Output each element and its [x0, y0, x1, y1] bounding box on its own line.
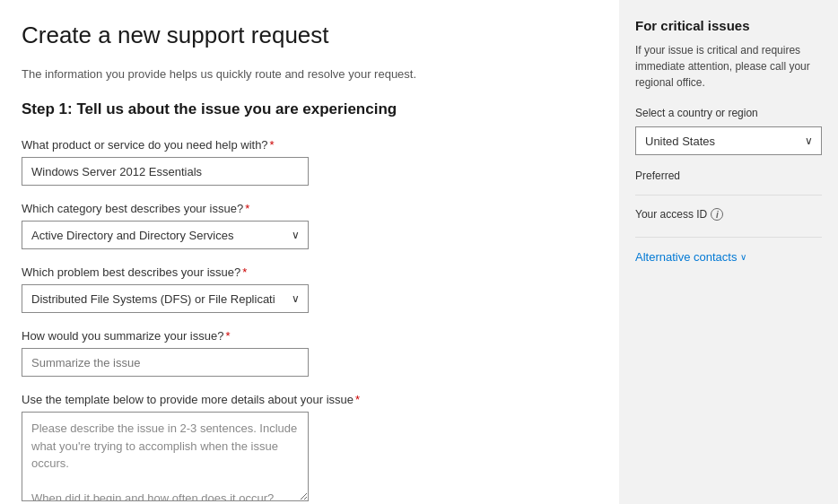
- summary-group: How would you summarize your issue?*: [22, 329, 590, 377]
- sidebar-divider-2: [635, 237, 822, 238]
- problem-select[interactable]: Distributed File Systems (DFS) or File R…: [22, 284, 309, 313]
- summary-label: How would you summarize your issue?*: [22, 329, 590, 343]
- alternative-contacts-link[interactable]: Alternative contacts ∨: [635, 250, 822, 264]
- summary-input[interactable]: [22, 348, 309, 377]
- details-group: Use the template below to provide more d…: [22, 393, 590, 504]
- main-content: Create a new support request The informa…: [0, 0, 619, 504]
- preferred-label: Preferred: [635, 169, 822, 182]
- required-star-category: *: [245, 202, 249, 215]
- category-select-wrapper: Active Directory and Directory Services …: [22, 221, 309, 249]
- product-input[interactable]: [22, 157, 309, 186]
- sidebar-divider: [635, 195, 822, 196]
- sidebar-description: If your issue is critical and requires i…: [635, 42, 822, 91]
- required-star-problem: *: [242, 265, 247, 279]
- intro-text: The information you provide helps us qui…: [22, 67, 590, 81]
- category-label: Which category best describes your issue…: [22, 202, 590, 215]
- country-select[interactable]: United States United Kingdom Canada Aust…: [635, 126, 822, 155]
- required-star-details: *: [355, 393, 360, 406]
- country-region-label: Select a country or region: [635, 107, 822, 119]
- details-textarea[interactable]: Please describe the issue in 2-3 sentenc…: [22, 412, 309, 501]
- required-star-summary: *: [225, 329, 230, 343]
- page-title: Create a new support request: [22, 22, 590, 49]
- product-label: What product or service do you need help…: [22, 138, 590, 152]
- sidebar-title: For critical issues: [635, 18, 822, 33]
- category-select[interactable]: Active Directory and Directory Services …: [22, 221, 309, 249]
- category-group: Which category best describes your issue…: [22, 202, 590, 249]
- required-star-product: *: [270, 138, 275, 152]
- sidebar: For critical issues If your issue is cri…: [619, 0, 838, 504]
- access-id-info-icon[interactable]: i: [711, 208, 723, 221]
- country-select-wrapper: United States United Kingdom Canada Aust…: [635, 126, 822, 155]
- details-label: Use the template below to provide more d…: [22, 393, 590, 406]
- access-id-label: Your access ID i: [635, 208, 822, 221]
- product-group: What product or service do you need help…: [22, 138, 590, 186]
- problem-select-wrapper: Distributed File Systems (DFS) or File R…: [22, 284, 309, 313]
- alt-contacts-chevron-icon: ∨: [740, 252, 746, 262]
- problem-group: Which problem best describes your issue?…: [22, 265, 590, 313]
- step-heading: Step 1: Tell us about the issue you are …: [22, 100, 590, 118]
- problem-label: Which problem best describes your issue?…: [22, 265, 590, 279]
